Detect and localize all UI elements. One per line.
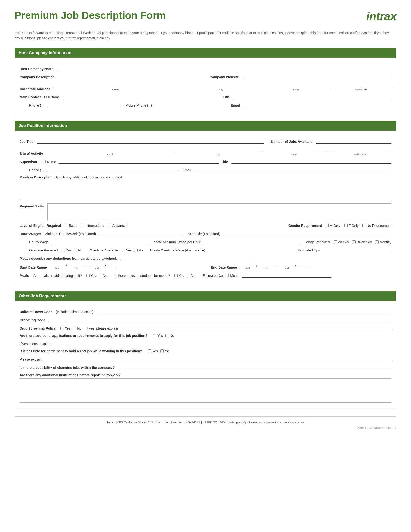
other-requirements-header: Other Job Requirements: [15, 291, 396, 301]
overtime-avail-no[interactable]: No: [134, 248, 143, 252]
hourly-wage-field[interactable]: [51, 239, 149, 244]
position-description-textarea[interactable]: [19, 181, 392, 200]
page-header: Premium Job Description Form intrax: [15, 10, 396, 23]
overtime-row: Overtime Required Yes No Overtime Availa…: [19, 247, 392, 252]
end-date-range: MM / DD − MM / DD: [240, 264, 314, 269]
site-state-field[interactable]: [262, 147, 326, 152]
site-street-field[interactable]: [47, 147, 173, 152]
address-street-field[interactable]: [53, 83, 177, 87]
addl-apps-no[interactable]: No: [165, 334, 174, 338]
hourly-wage-row: Hourly Wage State Minimum Wage per Hour …: [19, 239, 392, 244]
min-hours-field[interactable]: [98, 231, 183, 236]
company-description-label: Company Description: [19, 75, 55, 79]
additional-apps-row: Are there additional applications or req…: [19, 334, 392, 338]
meals-yes[interactable]: Yes: [86, 274, 96, 278]
bi-weekly-checkbox[interactable]: Bi-Weekly: [352, 240, 372, 244]
host-company-section: Host Company Information Host Company Na…: [15, 48, 396, 115]
meals-no[interactable]: No: [99, 274, 107, 278]
site-postal-field[interactable]: [328, 147, 392, 152]
address-city-field[interactable]: [180, 83, 262, 87]
supervisor-phone-field[interactable]: [47, 167, 178, 172]
overtime-req-no[interactable]: No: [74, 248, 83, 252]
required-skills-textarea[interactable]: [47, 203, 392, 220]
second-job-explain-field[interactable]: [44, 356, 392, 361]
company-website-field[interactable]: [242, 74, 392, 79]
host-company-header: Host Company Information: [15, 48, 396, 58]
meals-cost-no[interactable]: No: [187, 274, 195, 278]
position-description-label: Position Description: [19, 175, 52, 179]
end-date-label: End Date Range: [211, 266, 237, 269]
drug-explain-field[interactable]: [120, 325, 392, 330]
changing-jobs-label: Is there a possibility of changing jobs …: [19, 366, 115, 370]
contact-phone-row: Phone ( ) Mobile Phone ( ) Email: [19, 103, 392, 107]
deductions-label: Please describe any deductions from part…: [19, 256, 117, 260]
job-title-field[interactable]: [37, 139, 264, 144]
drug-no[interactable]: No: [73, 326, 82, 330]
intro-text: Intrax looks forward to recruiting inter…: [15, 30, 392, 41]
hours-wages-row: Hours/Wages Minimum Hours/Week (Estimate…: [19, 231, 392, 236]
estimated-tips-field[interactable]: [322, 247, 392, 252]
address-postal-field[interactable]: [329, 83, 392, 87]
site-city-field[interactable]: [176, 147, 260, 152]
site-activity-row: Site of Activity street city state posta…: [19, 147, 392, 155]
main-contact-title-field[interactable]: [233, 94, 392, 99]
drug-screening-row: Drug Screening Policy Yes No If yes, ple…: [19, 325, 392, 330]
footer: Intrax | 600 California Street, 10th Flo…: [15, 416, 396, 424]
meals-label: Meals: [19, 274, 29, 278]
gender-requirement-label: Gender Requirement: [289, 224, 322, 228]
overtime-req-yes[interactable]: Yes: [62, 248, 72, 252]
advanced-checkbox[interactable]: Advanced: [108, 224, 127, 228]
contact-phone-field[interactable]: [47, 103, 121, 107]
estimated-meals-cost-field[interactable]: [242, 273, 332, 278]
monthly-checkbox[interactable]: Monthly: [375, 240, 392, 244]
num-jobs-field[interactable]: [316, 139, 392, 144]
addl-apps-explain-field[interactable]: [54, 341, 392, 346]
schedule-field[interactable]: [223, 231, 392, 236]
address-state-field[interactable]: [265, 83, 327, 87]
weekly-checkbox[interactable]: Weekly: [334, 240, 349, 244]
overtime-avail-yes[interactable]: Yes: [122, 248, 132, 252]
num-jobs-label: Number of Jobs Available: [271, 140, 312, 144]
deductions-field[interactable]: [120, 256, 392, 260]
second-job-yes[interactable]: Yes: [148, 349, 158, 353]
host-company-name-label: Host Company Name: [19, 67, 54, 71]
main-contact-name-field[interactable]: [62, 94, 221, 99]
main-contact-row: Main Contact Full Name Title: [19, 94, 392, 99]
grooming-label: Grooming Code: [19, 318, 45, 322]
second-job-label: Is it possible for participant to hold a…: [19, 349, 142, 353]
supervisor-email-field[interactable]: [195, 167, 392, 172]
intermediate-checkbox[interactable]: Intermediate: [81, 224, 104, 228]
contact-mobile-field[interactable]: [154, 103, 228, 107]
other-requirements-section: Other Job Requirements Uniform/Dress Cod…: [15, 291, 396, 409]
meals-cost-yes[interactable]: Yes: [174, 274, 184, 278]
footer-page: Page 1 of 2 | Revision 11/2012: [15, 426, 396, 429]
f-only-checkbox[interactable]: F Only: [344, 224, 359, 228]
contact-email-field[interactable]: [243, 103, 392, 107]
company-desc-row: Company Description Company Website: [19, 74, 392, 79]
required-skills-label: Required Skills: [19, 203, 44, 208]
second-job-explain-row: Please explain: [19, 356, 392, 361]
uniform-field[interactable]: [96, 309, 392, 314]
supervisor-name-field[interactable]: [58, 159, 219, 164]
company-website-label: Company Website: [210, 75, 239, 79]
job-position-header: Job Position Information: [15, 121, 396, 131]
hourly-overtime-field[interactable]: [208, 247, 291, 252]
position-description-note: Attach any additional documents, as need…: [55, 175, 122, 179]
m-only-checkbox[interactable]: M Only: [325, 224, 340, 228]
drug-yes[interactable]: Yes: [60, 326, 70, 330]
host-company-name-field[interactable]: [57, 66, 392, 71]
basic-checkbox[interactable]: Basic: [65, 224, 77, 228]
second-job-no[interactable]: No: [160, 349, 169, 353]
additional-instructions-textarea[interactable]: [19, 379, 392, 403]
changing-jobs-field[interactable]: [118, 365, 392, 370]
supervisor-title-field[interactable]: [231, 159, 392, 164]
grooming-row: Grooming Code: [19, 317, 392, 322]
grooming-field[interactable]: [49, 317, 392, 322]
no-requirement-checkbox[interactable]: No Requirement: [362, 224, 392, 228]
site-activity-label: Site of Activity: [19, 152, 43, 155]
addl-apps-yes[interactable]: Yes: [153, 334, 163, 338]
state-min-wage-field[interactable]: [203, 239, 301, 244]
hours-wages-label: Hours/Wages: [19, 232, 41, 236]
addl-apps-explain-row: If yes, please explain: [19, 341, 392, 346]
company-description-field[interactable]: [58, 74, 207, 79]
